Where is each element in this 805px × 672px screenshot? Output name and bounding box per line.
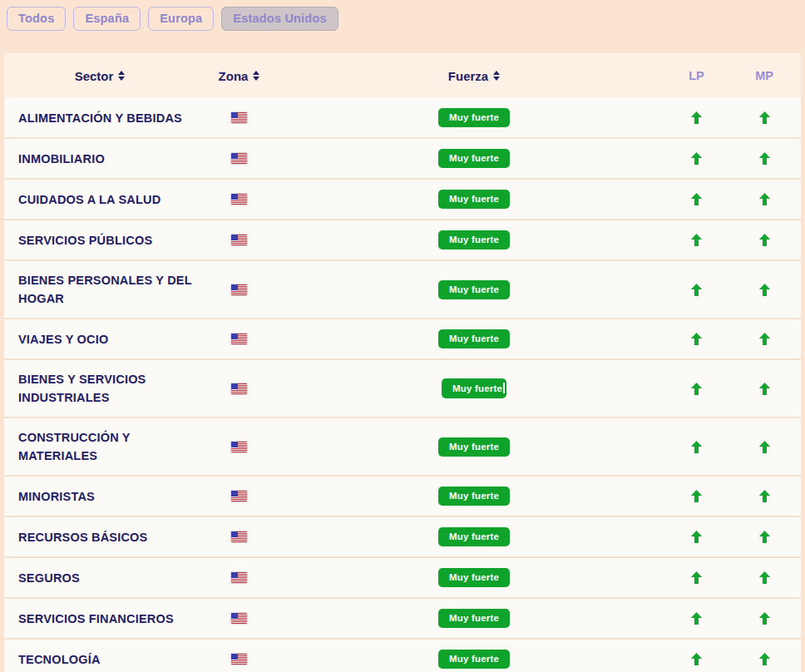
sector-label: RECURSOS BÁSICOS <box>18 531 147 544</box>
us-flag-icon <box>231 194 247 205</box>
strength-badge: Muy fuerte <box>438 190 510 209</box>
lp-up-arrow-icon <box>689 571 704 585</box>
sector-label: ALIMENTACIÓN Y BEBIDAS <box>18 111 182 125</box>
us-flag-icon <box>231 284 247 295</box>
us-flag-icon <box>231 235 247 245</box>
strength-badge: Muy fuerte <box>438 329 510 348</box>
strength-badge: Muy fuerte <box>438 650 510 669</box>
table-row[interactable]: BIENES PERSONALES Y DEL HOGAR Muy fuerte <box>4 261 801 319</box>
mp-up-arrow-icon <box>758 440 772 454</box>
sector-label: BIENES PERSONALES Y DEL HOGAR <box>18 274 191 305</box>
strength-badge: Muy fuerte <box>438 437 510 457</box>
strength-badge: Muy fuerte <box>438 609 510 628</box>
mp-header-label: MP <box>755 69 773 82</box>
table-row[interactable]: SEGUROS Muy fuerte <box>4 558 801 599</box>
sector-label: BIENES Y SERVICIOS INDUSTRIALES <box>18 373 146 404</box>
lp-up-arrow-icon <box>689 652 704 666</box>
lp-header-label: LP <box>689 69 704 82</box>
zona-header-label: Zona <box>219 69 249 83</box>
mp-up-arrow-icon <box>758 382 772 396</box>
mp-up-arrow-icon <box>758 192 772 206</box>
sort-icon <box>253 71 259 81</box>
table-row[interactable]: VIAJES Y OCIO Muy fuerte <box>4 319 801 360</box>
sector-label: SERVICIOS FINANCIEROS <box>18 612 174 625</box>
lp-up-arrow-icon <box>689 440 704 454</box>
us-flag-icon <box>231 531 247 542</box>
table-row[interactable]: TECNOLOGÍA Muy fuerte <box>4 640 801 672</box>
strength-badge: Muy fuerte <box>438 568 510 587</box>
lp-up-arrow-icon <box>689 489 704 503</box>
table-row[interactable]: CUIDADOS A LA SALUD Muy fuerte <box>4 180 801 220</box>
sector-label: SERVICIOS PÚBLICOS <box>18 234 152 247</box>
us-flag-icon <box>231 112 247 123</box>
sort-header-sector[interactable]: Sector <box>75 69 126 83</box>
table-row[interactable]: CONSTRUCCIÓN Y MATERIALES Muy fuerte <box>4 418 801 477</box>
us-flag-icon <box>231 334 247 344</box>
fuerza-header-label: Fuerza <box>448 69 488 83</box>
filter-button-estados-unidos[interactable]: Estados Unidos <box>221 7 338 31</box>
table-row[interactable]: SERVICIOS PÚBLICOS Muy fuerte <box>4 220 801 261</box>
mp-up-arrow-icon <box>758 530 772 544</box>
strength-badge: Muy fuerte <box>438 527 510 546</box>
lp-up-arrow-icon <box>689 611 704 625</box>
sector-label: MINORISTAS <box>18 490 95 503</box>
mp-up-arrow-icon <box>758 233 772 247</box>
mp-up-arrow-icon <box>758 652 772 666</box>
strength-badge: Muy fuerte <box>438 108 510 127</box>
sort-header-zona[interactable]: Zona <box>219 69 260 83</box>
table-header-row: Sector Zona Fuerza LP MP <box>4 53 801 98</box>
sector-label: TECNOLOGÍA <box>18 653 101 666</box>
sector-label: VIAJES Y OCIO <box>18 333 108 346</box>
lp-up-arrow-icon <box>689 192 704 206</box>
strength-badge: Muy fuerte <box>438 230 510 250</box>
us-flag-icon <box>231 613 247 624</box>
lp-up-arrow-icon <box>689 382 704 396</box>
lp-up-arrow-icon <box>689 332 704 346</box>
table-row[interactable]: RECURSOS BÁSICOS Muy fuerte <box>4 517 801 558</box>
us-flag-icon <box>231 491 247 502</box>
sort-icon <box>118 71 125 81</box>
mp-up-arrow-icon <box>758 571 772 585</box>
strength-badge: Muy fuerte <box>438 487 510 506</box>
sort-icon <box>493 71 500 81</box>
table-body: ALIMENTACIÓN Y BEBIDAS Muy fuerte INMOBI… <box>4 98 801 672</box>
sector-label: SEGUROS <box>18 571 80 585</box>
lp-up-arrow-icon <box>689 111 704 125</box>
mp-up-arrow-icon <box>758 611 772 625</box>
table-row[interactable]: INMOBILIARIO Muy fuerte <box>4 139 801 180</box>
lp-up-arrow-icon <box>689 530 704 544</box>
sectors-table: Sector Zona Fuerza LP MP ALIMENTACIÓN Y … <box>4 53 801 672</box>
filter-button-españa[interactable]: España <box>73 7 141 31</box>
mp-up-arrow-icon <box>758 111 772 125</box>
filter-button-todos[interactable]: Todos <box>7 7 66 31</box>
lp-up-arrow-icon <box>689 233 704 247</box>
sector-label: CONSTRUCCIÓN Y MATERIALES <box>18 431 130 462</box>
mp-up-arrow-icon <box>758 283 772 297</box>
table-row[interactable]: MINORISTAS Muy fuerte <box>4 477 801 517</box>
sector-label: INMOBILIARIO <box>18 152 105 166</box>
table-row[interactable]: SERVICIOS FINANCIEROS Muy fuerte <box>4 599 801 640</box>
mp-up-arrow-icon <box>758 151 772 166</box>
us-flag-icon <box>231 572 247 583</box>
mp-up-arrow-icon <box>758 332 772 346</box>
zone-filter-bar: TodosEspañaEuropaEstados Unidos <box>0 0 805 31</box>
filter-button-europa[interactable]: Europa <box>148 7 214 31</box>
us-flag-icon <box>231 442 247 452</box>
sector-label: CUIDADOS A LA SALUD <box>18 193 161 206</box>
us-flag-icon <box>231 153 247 164</box>
strength-badge: Muy fuerte <box>438 149 510 168</box>
table-row[interactable]: ALIMENTACIÓN Y BEBIDAS Muy fuerte <box>4 98 801 139</box>
mp-up-arrow-icon <box>758 489 772 503</box>
us-flag-icon <box>231 383 247 394</box>
text-caret <box>503 383 505 393</box>
us-flag-icon <box>231 654 247 665</box>
sector-header-label: Sector <box>75 69 114 83</box>
lp-up-arrow-icon <box>689 151 704 166</box>
sort-header-fuerza[interactable]: Fuerza <box>448 69 500 83</box>
strength-badge: Muy fuerte <box>442 378 506 398</box>
lp-up-arrow-icon <box>689 283 704 297</box>
table-row[interactable]: BIENES Y SERVICIOS INDUSTRIALES Muy fuer… <box>4 360 801 418</box>
strength-badge: Muy fuerte <box>438 280 510 299</box>
